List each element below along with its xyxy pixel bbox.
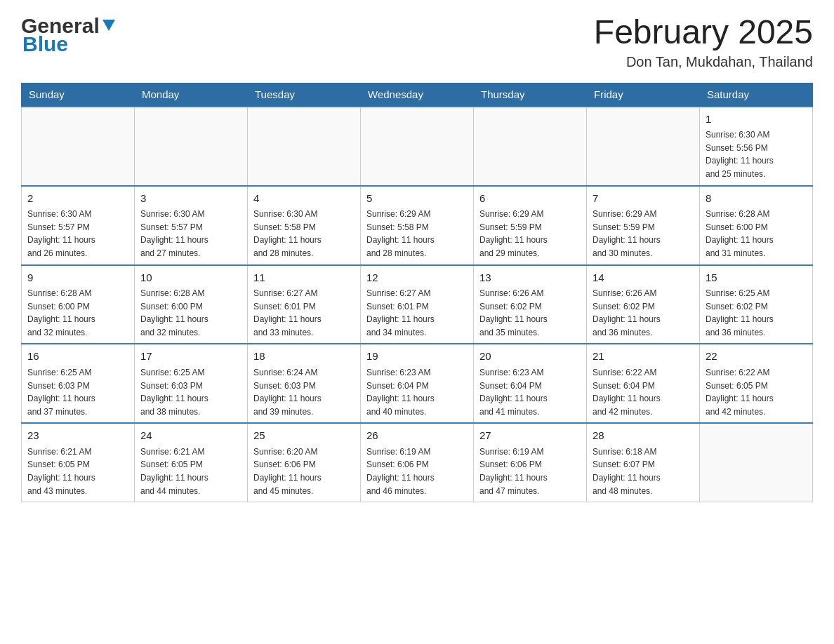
day-number: 10: [140, 270, 241, 286]
calendar-cell: 6Sunrise: 6:29 AM Sunset: 5:59 PM Daylig…: [474, 186, 587, 265]
day-info: Sunrise: 6:19 AM Sunset: 6:06 PM Dayligh…: [366, 445, 468, 497]
day-number: 11: [253, 270, 355, 286]
calendar-cell: 22Sunrise: 6:22 AM Sunset: 6:05 PM Dayli…: [700, 344, 813, 423]
day-number: 24: [140, 428, 241, 444]
day-info: Sunrise: 6:21 AM Sunset: 6:05 PM Dayligh…: [140, 445, 241, 497]
calendar-cell: [248, 107, 361, 186]
calendar-cell: [22, 107, 135, 186]
day-info: Sunrise: 6:30 AM Sunset: 5:56 PM Dayligh…: [706, 128, 807, 180]
day-number: 7: [593, 191, 694, 207]
day-number: 3: [140, 191, 241, 207]
calendar-cell: 1Sunrise: 6:30 AM Sunset: 5:56 PM Daylig…: [700, 107, 813, 186]
day-info: Sunrise: 6:23 AM Sunset: 6:04 PM Dayligh…: [479, 366, 581, 418]
day-info: Sunrise: 6:30 AM Sunset: 5:57 PM Dayligh…: [27, 208, 128, 260]
day-number: 21: [593, 349, 694, 365]
calendar-cell: [474, 107, 587, 186]
day-info: Sunrise: 6:29 AM Sunset: 5:58 PM Dayligh…: [366, 208, 468, 260]
calendar-cell: 7Sunrise: 6:29 AM Sunset: 5:59 PM Daylig…: [587, 186, 700, 265]
day-number: 25: [253, 428, 355, 444]
day-number: 22: [706, 349, 807, 365]
day-number: 1: [706, 112, 807, 128]
calendar-week-row: 16Sunrise: 6:25 AM Sunset: 6:03 PM Dayli…: [22, 344, 813, 423]
calendar-cell: 26Sunrise: 6:19 AM Sunset: 6:06 PM Dayli…: [361, 423, 474, 502]
day-info: Sunrise: 6:18 AM Sunset: 6:07 PM Dayligh…: [593, 445, 694, 497]
day-info: Sunrise: 6:27 AM Sunset: 6:01 PM Dayligh…: [253, 287, 355, 339]
day-info: Sunrise: 6:23 AM Sunset: 6:04 PM Dayligh…: [366, 366, 468, 418]
day-info: Sunrise: 6:28 AM Sunset: 6:00 PM Dayligh…: [27, 287, 128, 339]
calendar-day-header: Thursday: [474, 83, 587, 107]
day-info: Sunrise: 6:25 AM Sunset: 6:03 PM Dayligh…: [140, 366, 241, 418]
calendar-week-row: 1Sunrise: 6:30 AM Sunset: 5:56 PM Daylig…: [22, 107, 813, 186]
month-title: February 2025: [594, 14, 813, 51]
calendar-cell: 18Sunrise: 6:24 AM Sunset: 6:03 PM Dayli…: [248, 344, 361, 423]
day-info: Sunrise: 6:28 AM Sunset: 6:00 PM Dayligh…: [140, 287, 241, 339]
calendar-cell: 8Sunrise: 6:28 AM Sunset: 6:00 PM Daylig…: [700, 186, 813, 265]
day-number: 13: [479, 270, 581, 286]
day-number: 12: [366, 270, 468, 286]
calendar-cell: 19Sunrise: 6:23 AM Sunset: 6:04 PM Dayli…: [361, 344, 474, 423]
calendar-day-header: Wednesday: [361, 83, 474, 107]
calendar-cell: [361, 107, 474, 186]
calendar-header-row: SundayMondayTuesdayWednesdayThursdayFrid…: [22, 83, 813, 107]
day-info: Sunrise: 6:24 AM Sunset: 6:03 PM Dayligh…: [253, 366, 355, 418]
calendar-cell: 13Sunrise: 6:26 AM Sunset: 6:02 PM Dayli…: [474, 265, 587, 344]
day-number: 8: [706, 191, 807, 207]
calendar-day-header: Sunday: [22, 83, 135, 107]
day-number: 26: [366, 428, 468, 444]
day-info: Sunrise: 6:21 AM Sunset: 6:05 PM Dayligh…: [27, 445, 128, 497]
page-header: General Blue February 2025 Don Tan, Mukd…: [21, 14, 813, 70]
day-info: Sunrise: 6:29 AM Sunset: 5:59 PM Dayligh…: [479, 208, 581, 260]
calendar-day-header: Friday: [587, 83, 700, 107]
calendar-cell: 11Sunrise: 6:27 AM Sunset: 6:01 PM Dayli…: [248, 265, 361, 344]
calendar-cell: 15Sunrise: 6:25 AM Sunset: 6:02 PM Dayli…: [700, 265, 813, 344]
day-number: 19: [366, 349, 468, 365]
calendar-cell: 12Sunrise: 6:27 AM Sunset: 6:01 PM Dayli…: [361, 265, 474, 344]
day-number: 18: [253, 349, 355, 365]
calendar-cell: 17Sunrise: 6:25 AM Sunset: 6:03 PM Dayli…: [135, 344, 248, 423]
day-number: 5: [366, 191, 468, 207]
calendar-cell: 3Sunrise: 6:30 AM Sunset: 5:57 PM Daylig…: [135, 186, 248, 265]
calendar-cell: 4Sunrise: 6:30 AM Sunset: 5:58 PM Daylig…: [248, 186, 361, 265]
day-number: 4: [253, 191, 355, 207]
day-info: Sunrise: 6:25 AM Sunset: 6:02 PM Dayligh…: [706, 287, 807, 339]
calendar-cell: 10Sunrise: 6:28 AM Sunset: 6:00 PM Dayli…: [135, 265, 248, 344]
day-info: Sunrise: 6:30 AM Sunset: 5:57 PM Dayligh…: [140, 208, 241, 260]
calendar-cell: [587, 107, 700, 186]
calendar-cell: 2Sunrise: 6:30 AM Sunset: 5:57 PM Daylig…: [22, 186, 135, 265]
svg-marker-0: [102, 20, 115, 31]
day-info: Sunrise: 6:26 AM Sunset: 6:02 PM Dayligh…: [593, 287, 694, 339]
day-number: 9: [27, 270, 128, 286]
calendar-cell: 25Sunrise: 6:20 AM Sunset: 6:06 PM Dayli…: [248, 423, 361, 502]
calendar-cell: 27Sunrise: 6:19 AM Sunset: 6:06 PM Dayli…: [474, 423, 587, 502]
calendar-cell: 14Sunrise: 6:26 AM Sunset: 6:02 PM Dayli…: [587, 265, 700, 344]
day-number: 6: [479, 191, 581, 207]
day-info: Sunrise: 6:22 AM Sunset: 6:05 PM Dayligh…: [706, 366, 807, 418]
day-info: Sunrise: 6:30 AM Sunset: 5:58 PM Dayligh…: [253, 208, 355, 260]
logo-triangle-icon: [101, 17, 117, 32]
calendar-week-row: 2Sunrise: 6:30 AM Sunset: 5:57 PM Daylig…: [22, 186, 813, 265]
calendar-cell: 24Sunrise: 6:21 AM Sunset: 6:05 PM Dayli…: [135, 423, 248, 502]
day-info: Sunrise: 6:28 AM Sunset: 6:00 PM Dayligh…: [706, 208, 807, 260]
calendar-day-header: Monday: [135, 83, 248, 107]
day-info: Sunrise: 6:19 AM Sunset: 6:06 PM Dayligh…: [479, 445, 581, 497]
logo-area: General Blue: [21, 14, 117, 56]
calendar-cell: [135, 107, 248, 186]
calendar-table: SundayMondayTuesdayWednesdayThursdayFrid…: [21, 83, 813, 502]
calendar-day-header: Saturday: [700, 83, 813, 107]
logo-blue-text: Blue: [22, 32, 68, 56]
day-info: Sunrise: 6:29 AM Sunset: 5:59 PM Dayligh…: [593, 208, 694, 260]
day-info: Sunrise: 6:27 AM Sunset: 6:01 PM Dayligh…: [366, 287, 468, 339]
calendar-cell: 21Sunrise: 6:22 AM Sunset: 6:04 PM Dayli…: [587, 344, 700, 423]
day-info: Sunrise: 6:26 AM Sunset: 6:02 PM Dayligh…: [479, 287, 581, 339]
calendar-cell: 20Sunrise: 6:23 AM Sunset: 6:04 PM Dayli…: [474, 344, 587, 423]
day-number: 2: [27, 191, 128, 207]
day-info: Sunrise: 6:22 AM Sunset: 6:04 PM Dayligh…: [593, 366, 694, 418]
calendar-week-row: 9Sunrise: 6:28 AM Sunset: 6:00 PM Daylig…: [22, 265, 813, 344]
day-number: 28: [593, 428, 694, 444]
calendar-week-row: 23Sunrise: 6:21 AM Sunset: 6:05 PM Dayli…: [22, 423, 813, 502]
title-area: February 2025 Don Tan, Mukdahan, Thailan…: [594, 14, 813, 70]
day-number: 20: [479, 349, 581, 365]
calendar-cell: 5Sunrise: 6:29 AM Sunset: 5:58 PM Daylig…: [361, 186, 474, 265]
day-number: 23: [27, 428, 128, 444]
calendar-cell: 16Sunrise: 6:25 AM Sunset: 6:03 PM Dayli…: [22, 344, 135, 423]
